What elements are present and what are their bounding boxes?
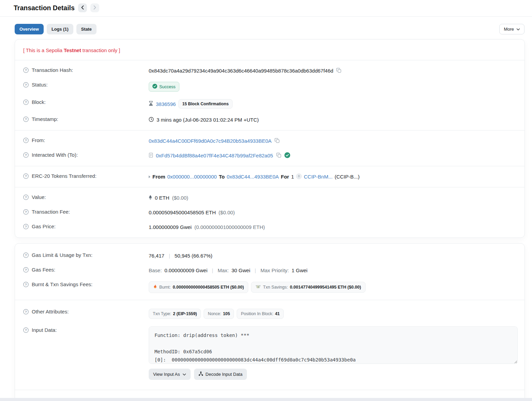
input-data-label: Input Data:	[32, 327, 57, 333]
clock-icon	[149, 117, 154, 123]
transaction-fee-usd: ($0.00)	[219, 210, 235, 215]
page-title: Transaction Details	[14, 4, 75, 12]
fire-icon	[153, 284, 157, 290]
separator: |	[253, 267, 258, 273]
help-icon[interactable]: ?	[23, 173, 29, 179]
value-usd: ($0.00)	[172, 195, 189, 201]
transaction-hash-value: 0x843dc70a4a29d79234c49a904c363d6c46640a…	[149, 68, 333, 74]
input-data-textarea[interactable]: Function: drip(address token) *** Method…	[149, 326, 518, 364]
money-wings-icon: $	[255, 284, 261, 290]
nonce-badge: Nonce: 105	[204, 309, 234, 319]
help-icon[interactable]: ?	[23, 224, 29, 229]
to-address-link[interactable]: 0xFd57b4ddBf88a4e07fF4e34C487b99af2Fe82a…	[156, 153, 273, 158]
txn-type-label: Txn Type:	[153, 311, 171, 316]
tab-state[interactable]: State	[76, 24, 97, 34]
svg-text:?: ?	[25, 117, 27, 121]
transfer-to-address-link[interactable]: 0x83dC44...4933BE0A	[227, 174, 279, 180]
erc20-transfer-item: From 0x000000...00000000 To 0x83dC44...4…	[149, 173, 360, 180]
transaction-hash-label: Transaction Hash:	[32, 67, 73, 73]
svg-text:?: ?	[25, 138, 27, 142]
help-icon[interactable]: ?	[23, 267, 29, 273]
copy-from-address-button[interactable]	[274, 138, 280, 144]
overview-card: [ This is a Sepolia Testnet transaction …	[15, 39, 525, 238]
view-input-as-label: View Input As	[153, 372, 180, 377]
input-data-actions: View Input As Decode Input Data	[149, 369, 518, 380]
base-fee-label: Base:	[149, 267, 162, 273]
status-text: Success	[159, 84, 176, 89]
help-icon[interactable]: ?	[23, 209, 29, 215]
tabs-row: Overview Logs (1) State More	[0, 17, 532, 39]
check-circle-icon	[152, 84, 157, 90]
interacted-with-label: Interacted With (To):	[32, 152, 78, 158]
block-number-link[interactable]: 3836596	[156, 101, 176, 107]
svg-text:?: ?	[25, 195, 27, 199]
erc20-transfers-row: ? ERC-20 Tokens Transferred: From 0x0000…	[15, 169, 524, 184]
transaction-fee-row: ? Transaction Fee: 0.000050945000458505 …	[15, 205, 524, 220]
from-row: ? From: 0x83dC44a4C00DFf69d0A0c7c94B20b5…	[15, 134, 524, 148]
help-icon[interactable]: ?	[23, 138, 29, 143]
transfer-to-label: To	[219, 174, 225, 180]
txn-type-value: 2 (EIP-1559)	[173, 311, 197, 316]
details-card: ? Gas Limit & Usage by Txn: 76,417 | 50,…	[15, 243, 525, 401]
txn-type-badge: Txn Type: 2 (EIP-1559)	[149, 309, 201, 319]
max-fee-label: Max:	[218, 267, 229, 273]
token-symbol: (CCIP-B...)	[335, 174, 359, 180]
help-icon[interactable]: ?	[23, 67, 29, 73]
help-icon[interactable]: ?	[23, 152, 29, 158]
transaction-hash-row: ? Transaction Hash: 0x843dc70a4a29d79234…	[15, 63, 524, 78]
help-icon[interactable]: ?	[23, 195, 29, 200]
help-icon[interactable]: ?	[23, 82, 29, 88]
max-fee-value: 30 Gwei	[232, 267, 250, 273]
interacted-with-row: ? Interacted With (To): 0xFd57b4ddBf88a4…	[15, 148, 524, 163]
svg-text:?: ?	[25, 310, 27, 313]
gas-price-row: ? Gas Price: 1.000000009 Gwei (0.0000000…	[15, 220, 524, 234]
previous-transaction-button[interactable]	[78, 3, 87, 12]
position-in-block-badge: Position In Block: 41	[237, 309, 284, 319]
token-name-link[interactable]: CCIP-BnM...	[304, 174, 332, 180]
svg-text:?: ?	[25, 253, 27, 257]
svg-text:?: ?	[25, 68, 27, 72]
help-icon[interactable]: ?	[23, 309, 29, 314]
help-icon[interactable]: ?	[23, 117, 29, 122]
verified-contract-icon	[284, 152, 290, 159]
copy-hash-button[interactable]	[336, 68, 342, 74]
help-icon[interactable]: ?	[23, 99, 29, 105]
block-confirmations-badge: 15 Block Confirmations	[178, 99, 232, 109]
gas-limit-value: 76,417	[149, 253, 164, 259]
decode-input-data-label: Decode Input Data	[206, 372, 242, 377]
max-priority-fee-value: 1 Gwei	[292, 267, 308, 273]
gas-limit-usage-label: Gas Limit & Usage by Txn:	[32, 252, 92, 258]
value-label: Value:	[32, 194, 46, 200]
status-label: Status:	[32, 82, 48, 88]
testnet-notice: [ This is a Sepolia Testnet transaction …	[15, 40, 524, 60]
transfer-for-label: For	[281, 174, 289, 180]
copy-icon	[276, 153, 281, 159]
other-attributes-row: ? Other Attributes: Txn Type: 2 (EIP-155…	[15, 305, 524, 323]
contract-icon	[149, 153, 153, 159]
transfer-amount: 1	[291, 174, 294, 180]
gas-fees-label: Gas Fees:	[32, 267, 55, 273]
tab-overview[interactable]: Overview	[15, 24, 44, 34]
from-address-link[interactable]: 0x83dC44a4C00DFf69d0A0c7c94B20b53a4933BE…	[149, 138, 271, 144]
tab-logs[interactable]: Logs (1)	[47, 24, 73, 34]
txn-savings-label: Txn Savings:	[263, 285, 288, 290]
view-input-as-button[interactable]: View Input As	[149, 369, 191, 380]
copy-to-address-button[interactable]	[276, 153, 282, 159]
decode-input-data-button[interactable]: Decode Input Data	[194, 369, 247, 380]
burnt-savings-row: ? Burnt & Txn Savings Fees: Burnt: 0.000…	[15, 278, 524, 297]
gas-fees-row: ? Gas Fees: Base: 0.000000009 Gwei | Max…	[15, 263, 524, 278]
erc20-transfers-label: ERC-20 Tokens Transferred:	[32, 173, 97, 179]
help-icon[interactable]: ?	[23, 252, 29, 258]
separator: |	[167, 253, 172, 259]
help-icon[interactable]: ?	[23, 282, 29, 287]
separator: |	[210, 267, 215, 273]
help-icon[interactable]: ?	[23, 327, 29, 333]
transfer-from-label: From	[152, 174, 165, 180]
more-dropdown-button[interactable]: More	[499, 24, 524, 34]
next-transaction-button[interactable]	[90, 3, 99, 12]
transfer-from-address-link[interactable]: 0x000000...00000000	[167, 174, 217, 180]
max-priority-fee-label: Max Priority:	[261, 267, 289, 273]
svg-text:?: ?	[25, 83, 27, 87]
burnt-label: Burnt:	[159, 285, 171, 290]
eth-icon	[149, 195, 152, 201]
